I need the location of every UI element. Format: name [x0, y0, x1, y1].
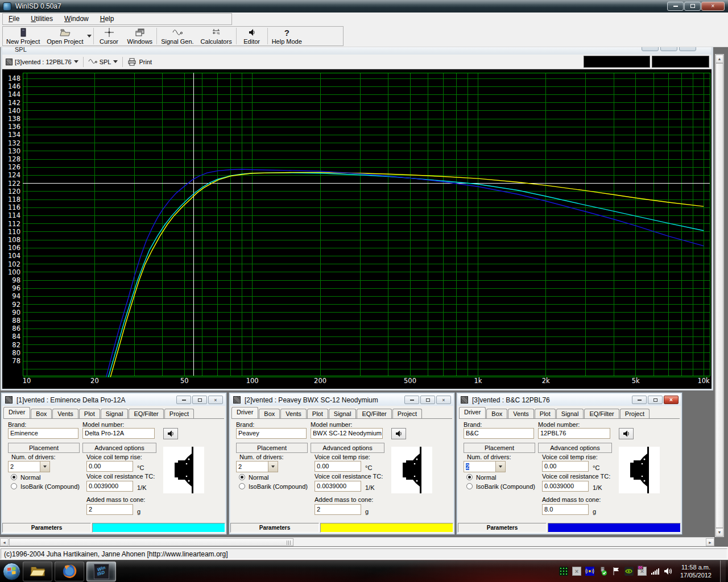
menu-help[interactable]: Help [94, 14, 120, 24]
driver-window-titlebar[interactable]: [1]vented : Eminence Delta Pro-12A × [2, 394, 225, 406]
brand-input[interactable]: Peavey [236, 428, 307, 439]
restore-button[interactable] [660, 47, 677, 51]
placement-button[interactable]: Placement [236, 443, 308, 453]
close-button[interactable]: × [664, 396, 679, 404]
tab-vents[interactable]: Vents [280, 409, 307, 418]
menu-utilities[interactable]: Utilities [25, 14, 59, 24]
parameters-cell[interactable]: Parameters [230, 523, 319, 533]
radio-beacon-icon[interactable] [585, 567, 594, 576]
start-button[interactable] [3, 563, 20, 580]
tab-eqfilter[interactable]: EQ/Filter [129, 409, 163, 418]
scroll-right-icon[interactable]: ► [706, 538, 714, 546]
tab-plot[interactable]: Plot [307, 409, 328, 418]
open-project-button[interactable]: Open Project [43, 27, 86, 45]
normal-radio-label[interactable]: Normal [20, 474, 40, 481]
cursor-button[interactable]: Cursor [94, 27, 124, 45]
added-mass-input[interactable]: 2 [315, 504, 361, 515]
placement-button[interactable]: Placement [8, 443, 80, 453]
temp-rise-input[interactable]: 0.00 [315, 461, 361, 472]
scroll-left-icon[interactable]: ◄ [0, 538, 9, 546]
driver-window-titlebar[interactable]: [2]vented : Peavey BWX SC-12 Neodymium × [230, 394, 453, 406]
driver-database-button[interactable] [163, 428, 178, 439]
vertical-scrollbar[interactable]: ▲ ▼ [715, 54, 724, 537]
advanced-options-button[interactable]: Advanced options [538, 443, 612, 453]
tab-signal[interactable]: Signal [101, 409, 129, 418]
normal-radio-label[interactable]: Normal [476, 474, 496, 481]
spl-chart[interactable]: 1481461441421401381361341321301281261241… [2, 69, 712, 389]
tab-box[interactable]: Box [31, 409, 52, 418]
tab-vents[interactable]: Vents [508, 409, 534, 418]
normal-radio[interactable] [11, 474, 17, 480]
tab-eqfilter[interactable]: EQ/Filter [357, 409, 391, 418]
spl-window-titlebar[interactable]: SPL [2, 47, 712, 55]
tab-plot[interactable]: Plot [535, 409, 556, 418]
led-grid-icon[interactable] [559, 567, 568, 576]
action-center-flag-icon[interactable] [611, 567, 621, 576]
combo-dropdown-button[interactable] [40, 462, 49, 472]
isobarik-radio-label[interactable]: IsoBarik (Compound) [476, 483, 535, 490]
maximize-button[interactable] [684, 2, 701, 11]
placement-button[interactable]: Placement [464, 443, 535, 453]
tab-driver[interactable]: Driver [459, 407, 486, 418]
tab-plot[interactable]: Plot [79, 409, 100, 418]
restore-button[interactable] [192, 396, 207, 404]
taskbar-clock[interactable]: 11:58 a.m. 17/05/2012 [680, 563, 712, 579]
tab-project[interactable]: Project [164, 409, 194, 418]
scroll-down-icon[interactable]: ▼ [715, 528, 723, 537]
advanced-options-button[interactable]: Advanced options [82, 443, 156, 453]
minimize-button[interactable] [176, 396, 191, 404]
normal-radio[interactable] [239, 474, 245, 480]
combo-dropdown-button[interactable] [268, 462, 278, 472]
close-button[interactable] [679, 47, 696, 51]
taskbar-winisd-button[interactable]: Win ISD [86, 562, 116, 581]
menu-window[interactable]: Window [59, 14, 94, 24]
taskbar-firefox-button[interactable] [55, 562, 84, 581]
tab-box[interactable]: Box [259, 409, 280, 418]
scrollbar-thumb[interactable] [715, 63, 723, 528]
print-button[interactable]: Print [124, 56, 155, 68]
tab-signal[interactable]: Signal [556, 409, 584, 418]
tab-driver[interactable]: Driver [231, 407, 258, 418]
num-drivers-combo[interactable]: 2 [464, 461, 506, 472]
minimize-button[interactable] [667, 2, 684, 11]
normal-radio-label[interactable]: Normal [249, 474, 268, 481]
disabled-x-icon[interactable]: × [572, 567, 581, 576]
minimize-button[interactable] [404, 396, 419, 404]
normal-radio[interactable] [466, 474, 473, 480]
model-input[interactable]: BWX SC-12 Neodymium [311, 428, 383, 439]
combo-dropdown-button[interactable] [495, 462, 505, 472]
parameters-cell[interactable]: Parameters [458, 523, 547, 533]
isobarik-radio-label[interactable]: IsoBarik (Compound) [20, 483, 80, 490]
plotted-driver-selector[interactable]: [3]vented : 12PBL76 [2, 56, 82, 68]
tab-project[interactable]: Project [620, 409, 650, 418]
help-mode-button[interactable]: ? Help Mode [268, 27, 305, 45]
driver-database-button[interactable] [619, 428, 634, 439]
close-button[interactable]: × [208, 396, 223, 404]
isobarik-radio[interactable] [466, 483, 473, 489]
show-desktop-button[interactable] [720, 560, 726, 582]
tab-project[interactable]: Project [392, 409, 422, 418]
calculators-button[interactable]: Calculators [197, 27, 235, 45]
driver-database-button[interactable] [391, 428, 406, 439]
open-project-dropdown-icon[interactable] [87, 35, 92, 40]
network-signal-icon[interactable] [651, 567, 660, 576]
taskbar-explorer-button[interactable] [23, 562, 52, 581]
scrollbar-thumb[interactable] [9, 538, 293, 546]
signal-gen-button[interactable]: Signal Gen. [158, 27, 197, 45]
new-project-button[interactable]: New Project [3, 27, 43, 45]
horizontal-scrollbar[interactable]: ◄ ► [0, 537, 714, 546]
advanced-options-button[interactable]: Advanced options [311, 443, 384, 453]
resistance-tc-input[interactable]: 0.0039000 [315, 481, 361, 492]
isobarik-radio[interactable] [239, 483, 245, 489]
editor-button[interactable]: Editor [237, 27, 267, 45]
driver-window-titlebar[interactable]: [3]vented : B&C 12PBL76 × [458, 394, 681, 406]
nvidia-icon[interactable] [624, 567, 634, 576]
model-input[interactable]: 12PBL76 [538, 428, 610, 439]
added-mass-input[interactable]: 2 [86, 504, 133, 515]
close-button[interactable]: × [436, 396, 451, 404]
menu-file[interactable]: File [3, 14, 25, 24]
tab-eqfilter[interactable]: EQ/Filter [584, 409, 619, 418]
minimize-button[interactable] [642, 47, 659, 51]
plot-type-selector[interactable]: SPL [85, 56, 122, 68]
usb-ok-icon[interactable] [598, 567, 607, 576]
